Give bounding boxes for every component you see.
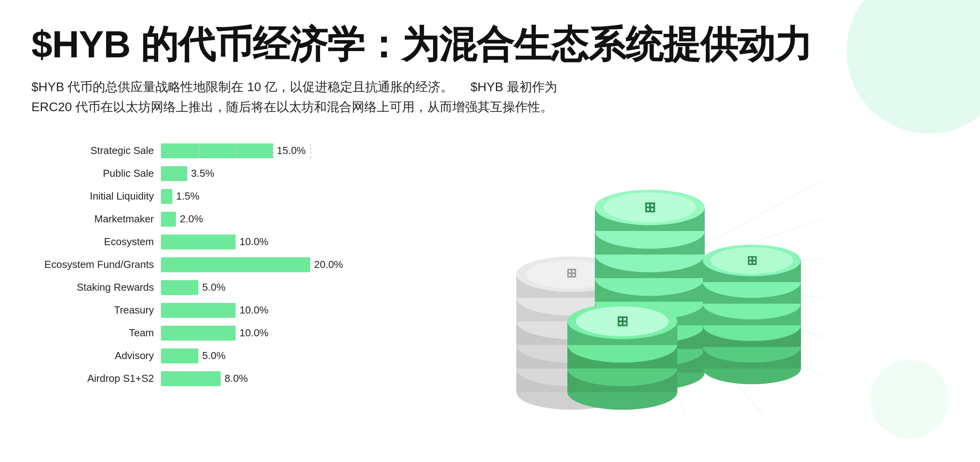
bar-row: Public Sale3.5% <box>31 163 343 184</box>
bar-row: Ecosystem Fund/Grants20.0% <box>31 255 343 275</box>
bar-label: Airdrop S1+S2 <box>31 372 161 385</box>
grid-line <box>198 143 199 158</box>
bar-value: 2.0% <box>180 213 203 225</box>
bar-label: Ecosystem Fund/Grants <box>31 258 161 271</box>
bar-label: Ecosystem <box>31 236 161 248</box>
grid-line <box>310 143 311 158</box>
bar-row: Strategic Sale15.0% <box>31 141 343 161</box>
svg-text:⊞: ⊞ <box>616 313 628 329</box>
svg-text:⊞: ⊞ <box>644 199 656 215</box>
bar-value: 10.0% <box>240 236 269 248</box>
bar-label: Staking Rewards <box>31 281 161 293</box>
bar-label: Advisory <box>31 350 161 362</box>
bar-row: Advisory5.0% <box>31 346 343 366</box>
bar-fill <box>161 303 236 318</box>
bar-row: Staking Rewards5.0% <box>31 277 343 298</box>
bar-label: Public Sale <box>31 167 161 180</box>
bar-value: 10.0% <box>240 304 269 316</box>
bar-fill <box>161 212 176 227</box>
bar-value: 8.0% <box>225 372 248 385</box>
bar-value: 20.0% <box>314 258 343 271</box>
bar-value: 15.0% <box>277 145 306 157</box>
page-description: $HYB 代币的总供应量战略性地限制在 10 亿，以促进稳定且抗通胀的经济。 $… <box>31 77 581 117</box>
bar-fill <box>161 371 221 386</box>
bar-value: 5.0% <box>202 350 225 362</box>
bar-label: Team <box>31 327 161 339</box>
bar-fill <box>161 143 273 158</box>
bar-row: Ecosystem10.0% <box>31 232 343 252</box>
bar-fill <box>161 189 172 204</box>
bar-fill <box>161 348 198 363</box>
page-wrapper: $HYB 的代币经济学：为混合生态系统提供动力 $HYB 代币的总供应量战略性地… <box>0 0 980 462</box>
bar-label: Marketmaker <box>31 213 161 225</box>
bar-fill <box>161 280 198 295</box>
grid-line <box>273 143 274 158</box>
bar-fill <box>161 166 187 181</box>
bar-label: Treasury <box>31 304 161 316</box>
svg-text:⊞: ⊞ <box>746 253 757 268</box>
description-part1: $HYB 代币的总供应量战略性地限制在 10 亿，以促进稳定且抗通胀的经济。 <box>31 80 453 94</box>
bar-row: Team10.0% <box>31 323 343 343</box>
main-content: $HYB 的代币经济学：为混合生态系统提供动力 $HYB 代币的总供应量战略性地… <box>31 24 949 416</box>
chart-image-row: Strategic Sale15.0%Public Sale3.5%Initia… <box>31 141 949 416</box>
bar-row: Airdrop S1+S28.0% <box>31 368 343 389</box>
bar-value: 1.5% <box>176 190 199 202</box>
bar-chart: Strategic Sale15.0%Public Sale3.5%Initia… <box>31 141 343 391</box>
bar-fill <box>161 235 236 249</box>
bar-fill <box>161 257 310 272</box>
bar-row: Marketmaker2.0% <box>31 209 343 229</box>
bar-fill <box>161 326 236 341</box>
bar-row: Initial Liquidity1.5% <box>31 186 343 207</box>
svg-text:⊞: ⊞ <box>566 266 576 280</box>
page-title: $HYB 的代币经济学：为混合生态系统提供动力 <box>31 24 949 65</box>
bar-label: Initial Liquidity <box>31 190 161 202</box>
grid-line <box>236 143 236 158</box>
coins-illustration: ⊞ <box>469 141 823 416</box>
coin-image-area: ⊞ <box>343 141 949 416</box>
bar-value: 10.0% <box>240 327 269 339</box>
bar-value: 3.5% <box>191 167 214 180</box>
bar-label: Strategic Sale <box>31 145 161 157</box>
bar-value: 5.0% <box>202 281 225 293</box>
bar-row: Treasury10.0% <box>31 300 343 321</box>
